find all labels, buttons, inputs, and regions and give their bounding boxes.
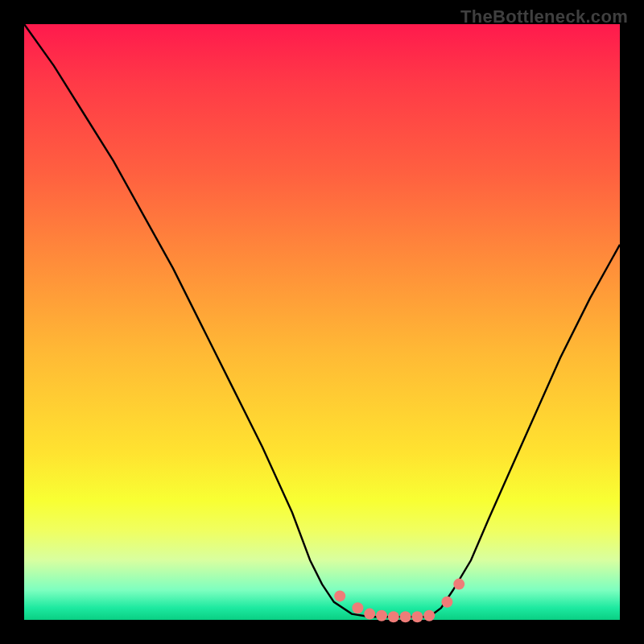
curve-marker <box>364 609 375 620</box>
curve-markers <box>334 579 464 623</box>
curve-marker <box>400 611 411 622</box>
curve-marker <box>334 590 345 601</box>
chart-frame: TheBottleneck.com <box>0 0 644 644</box>
plot-area <box>24 24 620 620</box>
curve-path <box>24 24 620 617</box>
bottleneck-curve <box>24 24 620 620</box>
curve-marker <box>411 611 423 622</box>
curve-marker <box>376 610 387 621</box>
curve-marker <box>441 597 452 608</box>
curve-marker <box>423 610 435 621</box>
curve-marker <box>388 611 399 622</box>
attribution-text: TheBottleneck.com <box>460 6 628 27</box>
curve-marker <box>352 602 363 613</box>
curve-marker <box>453 579 464 590</box>
